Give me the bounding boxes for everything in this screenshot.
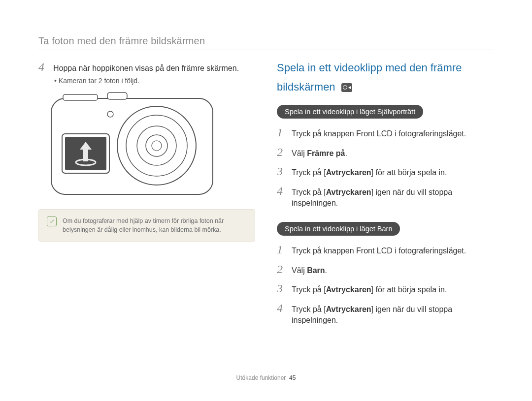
pill-child-mode: Spela in ett videoklipp i läget Barn [277, 222, 400, 236]
section-title-line1: Spela in ett videoklipp med den främre [277, 61, 462, 75]
step-number: 3 [277, 282, 286, 294]
child-step-4: 4 Tryck på [Avtryckaren] igen när du vil… [277, 302, 494, 325]
section-title-line2: bildskärmen [277, 81, 335, 93]
child-step-3: 3 Tryck på [Avtryckaren] för att börja s… [277, 282, 494, 295]
step-text: Välj Främre på. [292, 148, 347, 159]
step-text: Tryck på knappen Front LCD i fotograferi… [292, 128, 466, 139]
self-steps: 1 Tryck på knappen Front LCD i fotografe… [277, 126, 494, 208]
child-steps: 1 Tryck på knappen Front LCD i fotografe… [277, 244, 494, 325]
sub-bullet: Kameran tar 2 foton i följd. [54, 77, 255, 85]
left-column: 4 Hoppa när hoppikonen visas på den främ… [38, 61, 255, 370]
self-step-4: 4 Tryck på [Avtryckaren] igen när du vil… [277, 185, 494, 208]
step-text: Tryck på knappen Front LCD i fotograferi… [292, 246, 466, 256]
svg-point-8 [107, 111, 113, 117]
step-text: Tryck på [Avtryckaren] igen när du vill … [292, 304, 494, 325]
right-column: Spela in ett videoklipp med den främre b… [277, 61, 494, 370]
note-text: Om du fotograferar med hjälp av timern f… [63, 216, 247, 234]
step-text: Hoppa när hoppikonen visas på den främre… [53, 63, 239, 74]
step-number: 1 [277, 126, 286, 138]
footer-section: Utökade funktioner [236, 374, 286, 381]
step-4: 4 Hoppa när hoppikonen visas på den främ… [38, 61, 255, 74]
note-icon: ✓ [47, 216, 57, 226]
camera-illustration [48, 92, 255, 199]
step-number: 4 [277, 302, 286, 314]
manual-page: Ta foton med den främre bildskärmen 4 Ho… [0, 0, 532, 401]
child-step-1: 1 Tryck på knappen Front LCD i fotografe… [277, 244, 494, 256]
child-step-2: 2 Välj Barn. [277, 263, 494, 276]
section-title: Spela in ett videoklipp med den främre b… [277, 61, 494, 94]
page-header: Ta foton med den främre bildskärmen [38, 35, 494, 50]
note-box: ✓ Om du fotograferar med hjälp av timern… [38, 209, 255, 242]
self-step-2: 2 Välj Främre på. [277, 146, 494, 159]
self-step-1: 1 Tryck på knappen Front LCD i fotografe… [277, 126, 494, 139]
self-step-3: 3 Tryck på [Avtryckaren] för att börja s… [277, 165, 494, 178]
step-number: 2 [277, 263, 286, 275]
step-number: 4 [277, 185, 286, 197]
video-mode-icon [341, 83, 352, 92]
step-text: Välj Barn. [292, 265, 327, 276]
pill-self-portrait: Spela in ett videoklipp i läget Självpor… [277, 105, 423, 119]
two-column-layout: 4 Hoppa när hoppikonen visas på den främ… [38, 61, 494, 370]
camera-svg [48, 92, 216, 197]
step-text: Tryck på [Avtryckaren] för att börja spe… [292, 167, 447, 178]
step-number: 2 [277, 146, 286, 158]
page-number: 45 [289, 374, 296, 381]
page-footer: Utökade funktioner 45 [38, 370, 494, 381]
step-number: 3 [277, 165, 286, 177]
step-number: 4 [38, 61, 47, 73]
step-text: Tryck på [Avtryckaren] igen när du vill … [292, 187, 494, 208]
step-number: 1 [277, 244, 286, 255]
svg-rect-2 [107, 93, 127, 99]
step-text: Tryck på [Avtryckaren] för att börja spe… [292, 284, 447, 295]
svg-rect-1 [63, 94, 98, 100]
svg-point-7 [152, 141, 162, 151]
